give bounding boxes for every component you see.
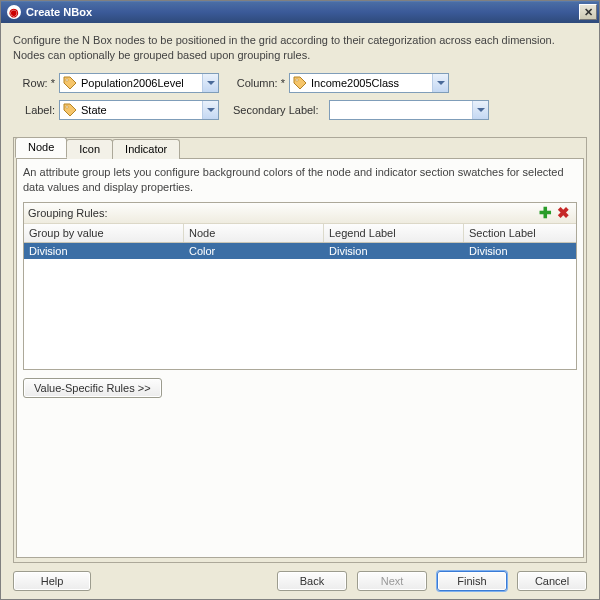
help-button[interactable]: Help bbox=[13, 571, 91, 591]
tab-strip: Node Icon Indicator bbox=[16, 137, 586, 158]
tab-panel: Node Icon Indicator An attribute group l… bbox=[13, 137, 587, 563]
form-row-2: Label: State Secondary Label: bbox=[13, 100, 587, 120]
footer: Help Back Next Finish Cancel bbox=[13, 563, 587, 591]
finish-button[interactable]: Finish bbox=[437, 571, 507, 591]
chevron-down-icon[interactable] bbox=[202, 101, 218, 119]
tag-icon bbox=[292, 75, 308, 91]
tag-icon bbox=[62, 102, 78, 118]
secondary-label-combo[interactable] bbox=[329, 100, 489, 120]
col-legend[interactable]: Legend Label bbox=[324, 224, 464, 242]
tag-icon bbox=[62, 75, 78, 91]
row-value: Population2006Level bbox=[79, 77, 202, 89]
col-section[interactable]: Section Label bbox=[464, 224, 576, 242]
grouping-rules-box: Grouping Rules: ✚ ✖ Group by value Node … bbox=[23, 202, 577, 370]
chevron-down-icon[interactable] bbox=[202, 74, 218, 92]
value-specific-row: Value-Specific Rules >> bbox=[23, 378, 577, 398]
label-combo[interactable]: State bbox=[59, 100, 219, 120]
svg-point-0 bbox=[66, 78, 68, 80]
remove-icon[interactable]: ✖ bbox=[554, 205, 572, 221]
column-value: Income2005Class bbox=[309, 77, 432, 89]
table-header: Group by value Node Legend Label Section… bbox=[24, 224, 576, 243]
chevron-down-icon[interactable] bbox=[432, 74, 448, 92]
attribute-desc: An attribute group lets you configure ba… bbox=[23, 165, 577, 195]
cell-group-by: Division bbox=[24, 243, 184, 259]
close-button[interactable]: ✕ bbox=[579, 4, 597, 20]
svg-point-1 bbox=[296, 78, 298, 80]
label-value: State bbox=[79, 104, 202, 116]
tab-node[interactable]: Node bbox=[15, 137, 67, 158]
next-button[interactable]: Next bbox=[357, 571, 427, 591]
table-empty-area bbox=[24, 259, 576, 369]
chevron-down-icon[interactable] bbox=[472, 101, 488, 119]
secondary-label-label: Secondary Label: bbox=[233, 104, 325, 116]
table-row[interactable]: Division Color Division Division bbox=[24, 243, 576, 259]
grouping-rules-title: Grouping Rules: bbox=[28, 207, 536, 219]
label-label: Label: bbox=[13, 104, 55, 116]
window-title: Create NBox bbox=[26, 6, 579, 18]
cell-section: Division bbox=[464, 243, 576, 259]
row-label: Row: * bbox=[13, 77, 55, 89]
column-combo[interactable]: Income2005Class bbox=[289, 73, 449, 93]
col-node[interactable]: Node bbox=[184, 224, 324, 242]
add-icon[interactable]: ✚ bbox=[536, 205, 554, 221]
tab-indicator[interactable]: Indicator bbox=[112, 139, 180, 159]
panel-spacer bbox=[23, 398, 577, 551]
cell-legend: Division bbox=[324, 243, 464, 259]
dialog-content: Configure the N Box nodes to be position… bbox=[1, 23, 599, 599]
tab-icon[interactable]: Icon bbox=[66, 139, 113, 159]
cell-node: Color bbox=[184, 243, 324, 259]
form-row-1: Row: * Population2006Level Column: * Inc… bbox=[13, 73, 587, 93]
description-text: Configure the N Box nodes to be position… bbox=[13, 33, 587, 63]
back-button[interactable]: Back bbox=[277, 571, 347, 591]
col-group-by[interactable]: Group by value bbox=[24, 224, 184, 242]
svg-point-2 bbox=[66, 105, 68, 107]
grouping-rules-header: Grouping Rules: ✚ ✖ bbox=[24, 203, 576, 224]
row-combo[interactable]: Population2006Level bbox=[59, 73, 219, 93]
cancel-button[interactable]: Cancel bbox=[517, 571, 587, 591]
app-icon: ◉ bbox=[7, 5, 21, 19]
value-specific-button[interactable]: Value-Specific Rules >> bbox=[23, 378, 162, 398]
column-label: Column: * bbox=[233, 77, 285, 89]
title-bar: ◉ Create NBox ✕ bbox=[1, 1, 599, 23]
tab-body-node: An attribute group lets you configure ba… bbox=[16, 158, 584, 558]
